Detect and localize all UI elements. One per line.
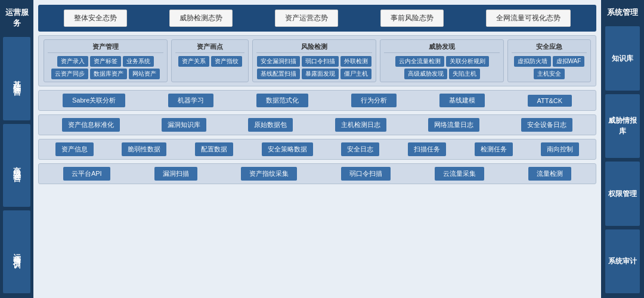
left-sidebar-title: 运营服务 xyxy=(2,5,31,33)
tag-baseline-scan[interactable]: 基线配置扫描 xyxy=(257,69,300,79)
asset-section: 资产管理 资产录入 资产标签 业务系统 云资产同步 数据库资产 网站资产 资产画… xyxy=(38,35,596,86)
risk-detection-title: 风险检测 xyxy=(256,42,372,53)
nav-btn-traffic[interactable]: 全网流量可视化态势 xyxy=(486,10,571,27)
asset-management-tags: 资产录入 资产标签 业务系统 云资产同步 数据库资产 网站资产 xyxy=(48,56,163,79)
data-raw-pkg[interactable]: 原始数据包 xyxy=(248,118,293,132)
analytics-behavior[interactable]: 行为分析 xyxy=(351,94,397,107)
res-asset-info[interactable]: 资产信息 xyxy=(55,142,94,156)
res-vuln-data[interactable]: 脆弱性数据 xyxy=(122,142,166,156)
analytics-attck[interactable]: ATT&CK xyxy=(528,95,572,107)
bottom-weak-pwd[interactable]: 弱口令扫描 xyxy=(341,167,391,181)
resource-row: 资产信息 脆弱性数据 配置数据 安全策略数据 安全日志 扫描任务 检测任务 南向… xyxy=(38,139,596,160)
right-sidebar-title: 系统管理 xyxy=(607,5,638,23)
analytics-normalize[interactable]: 数据范式化 xyxy=(256,94,308,107)
right-sidebar: 系统管理 知识库 威胁情报库 权限管理 系统审计 xyxy=(601,0,644,298)
tag-exposure[interactable]: 暴露面发现 xyxy=(302,69,339,79)
asset-fingerprint-title: 资产画点 xyxy=(175,42,244,53)
nav-btn-overall[interactable]: 整体安全态势 xyxy=(64,10,127,27)
analytics-row: Sabre关联分析 机器学习 数据范式化 行为分析 基线建模 ATT&CK xyxy=(38,90,596,111)
sidebar-item-advanced-ops[interactable]: 高级运营 xyxy=(3,124,30,207)
data-normalize-row: 资产信息标准化 漏洞知识库 原始数据包 主机检测日志 网络流量日志 安全设备日志 xyxy=(38,114,596,135)
tag-ext-detect[interactable]: 外联检测 xyxy=(340,56,371,67)
tag-host-sec[interactable]: 主机安全 xyxy=(534,69,565,79)
nav-btn-threat[interactable]: 威胁检测态势 xyxy=(169,10,233,27)
tag-asset-relation[interactable]: 资产关系 xyxy=(178,56,209,67)
tag-vfw[interactable]: 虚拟防火墙 xyxy=(514,56,551,67)
risk-detection-tags: 安全漏洞扫描 弱口令扫描 外联检测 基线配置扫描 暴露面发现 僵尸主机 xyxy=(256,56,372,79)
res-scan-task[interactable]: 扫描任务 xyxy=(408,142,446,156)
tag-vwaf[interactable]: 虚拟WAF xyxy=(553,56,585,67)
threat-discovery-group: 威胁发现 云内全流量检测 关联分析规则 高级威胁发现 失陷主机 xyxy=(380,39,504,82)
tag-compromised[interactable]: 失陷主机 xyxy=(449,69,480,79)
tag-cloud-traffic[interactable]: 云内全流量检测 xyxy=(395,56,444,67)
tag-biz-sys[interactable]: 业务系统 xyxy=(123,56,154,67)
tag-zombie[interactable]: 僵尸主机 xyxy=(340,69,371,79)
bottom-traffic-detect[interactable]: 流量检测 xyxy=(528,167,571,181)
left-sidebar: 运营服务 基础运营 高级运营 运营培训 xyxy=(0,0,33,298)
sidebar-item-training-ops[interactable]: 运营培训 xyxy=(3,210,30,293)
nav-btn-risk[interactable]: 事前风险态势 xyxy=(380,10,444,27)
tag-asset-fp[interactable]: 资产指纹 xyxy=(211,56,242,67)
data-asset-std[interactable]: 资产信息标准化 xyxy=(62,118,120,132)
bottom-cloud-traffic[interactable]: 云流量采集 xyxy=(435,167,484,181)
data-host-log[interactable]: 主机检测日志 xyxy=(335,118,386,132)
tag-weak-pwd[interactable]: 弱口令扫描 xyxy=(302,56,339,67)
tag-cloud-sync[interactable]: 云资产同步 xyxy=(51,69,88,79)
bottom-row: 云平台API 漏洞扫描 资产指纹采集 弱口令扫描 云流量采集 流量检测 xyxy=(38,163,596,184)
res-southbound[interactable]: 南向控制 xyxy=(541,142,579,156)
asset-management-group: 资产管理 资产录入 资产标签 业务系统 云资产同步 数据库资产 网站资产 xyxy=(44,39,168,82)
analytics-baseline[interactable]: 基线建模 xyxy=(439,94,485,107)
main-content: 整体安全态势 威胁检测态势 资产运营态势 事前风险态势 全网流量可视化态势 资产… xyxy=(33,0,601,298)
res-config-data[interactable]: 配置数据 xyxy=(195,142,233,156)
asset-row: 资产管理 资产录入 资产标签 业务系统 云资产同步 数据库资产 网站资产 资产画… xyxy=(44,39,591,82)
analytics-sabre[interactable]: Sabre关联分析 xyxy=(63,94,125,107)
right-item-sys-audit[interactable]: 系统审计 xyxy=(605,229,640,293)
tag-db-asset[interactable]: 数据库资产 xyxy=(90,69,127,79)
asset-fingerprint-tags: 资产关系 资产指纹 xyxy=(175,56,244,67)
tag-correlation[interactable]: 关联分析规则 xyxy=(446,56,489,67)
right-item-access-mgmt[interactable]: 权限管理 xyxy=(605,162,640,225)
bottom-cloud-api[interactable]: 云平台API xyxy=(63,167,110,181)
sidebar-item-basic-ops[interactable]: 基础运营 xyxy=(3,37,30,120)
data-net-log[interactable]: 网络流量日志 xyxy=(428,118,479,132)
res-sec-log[interactable]: 安全日志 xyxy=(341,142,379,156)
right-item-knowledge[interactable]: 知识库 xyxy=(605,26,640,90)
top-nav: 整体安全态势 威胁检测态势 资产运营态势 事前风险态势 全网流量可视化态势 xyxy=(38,5,596,32)
right-item-threat-intel[interactable]: 威胁情报库 xyxy=(605,94,640,158)
bottom-asset-fp[interactable]: 资产指纹采集 xyxy=(241,167,297,181)
tag-adv-threat[interactable]: 高级威胁发现 xyxy=(404,69,447,79)
asset-management-title: 资产管理 xyxy=(48,42,163,53)
analytics-ml[interactable]: 机器学习 xyxy=(168,94,213,107)
data-sec-device[interactable]: 安全设备日志 xyxy=(521,118,572,132)
security-response-title: 安全应急 xyxy=(512,42,587,53)
res-detect-task[interactable]: 检测任务 xyxy=(475,142,513,156)
tag-asset-entry[interactable]: 资产录入 xyxy=(57,56,88,67)
nav-btn-asset[interactable]: 资产运营态势 xyxy=(275,10,338,27)
tag-asset-label[interactable]: 资产标签 xyxy=(90,56,121,67)
asset-fingerprint-group: 资产画点 资产关系 资产指纹 xyxy=(171,39,249,82)
security-response-tags: 虚拟防火墙 虚拟WAF 主机安全 xyxy=(512,56,587,79)
data-vuln-kb[interactable]: 漏洞知识库 xyxy=(162,118,206,132)
res-policy-data[interactable]: 安全策略数据 xyxy=(262,142,313,156)
threat-discovery-title: 威胁发现 xyxy=(384,42,500,53)
bottom-vuln-scan[interactable]: 漏洞扫描 xyxy=(154,167,197,181)
security-response-group: 安全应急 虚拟防火墙 虚拟WAF 主机安全 xyxy=(507,39,591,82)
threat-discovery-tags: 云内全流量检测 关联分析规则 高级威胁发现 失陷主机 xyxy=(384,56,500,79)
tag-web-asset[interactable]: 网站资产 xyxy=(129,69,160,79)
risk-detection-group: 风险检测 安全漏洞扫描 弱口令扫描 外联检测 基线配置扫描 暴露面发现 僵尸主机 xyxy=(252,39,376,82)
tag-vuln-scan[interactable]: 安全漏洞扫描 xyxy=(257,56,300,67)
